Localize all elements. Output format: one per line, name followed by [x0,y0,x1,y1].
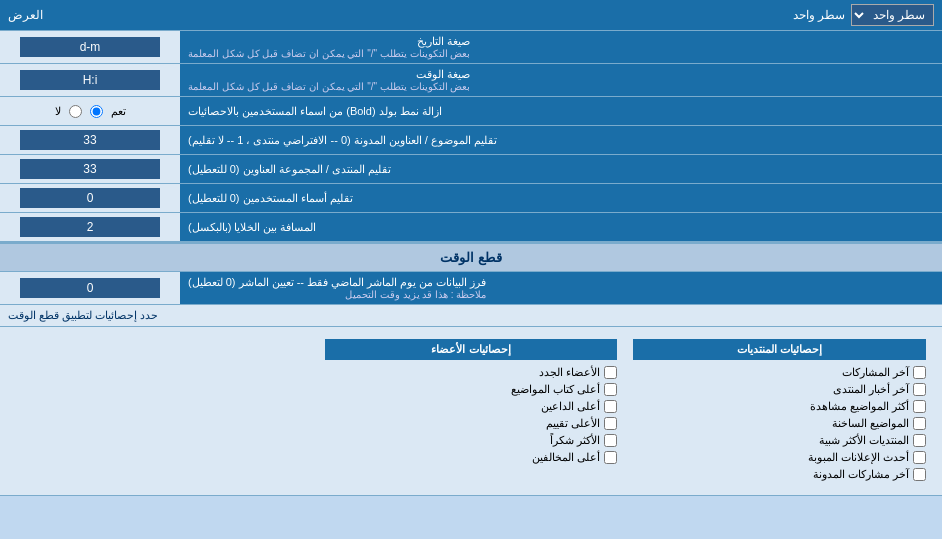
forum-titles-input-cell [0,155,180,183]
checkbox-hot-topics[interactable] [913,417,926,430]
usernames-label: تقليم أسماء المستخدمين (0 للتعطيل) [180,184,942,212]
checkbox-latest-ads[interactable] [913,451,926,464]
topic-titles-label: تقليم الموضوع / العناوين المدونة (0 -- ا… [180,126,942,154]
checkbox-item: آخر المشاركات [633,364,926,381]
forum-titles-input[interactable] [20,159,160,179]
bold-radio-group: لا تعم [55,105,126,118]
top-bar-left: سطر واحدسطرينثلاثة أسطر سطر واحد [793,4,934,26]
checkboxes-section: إحصائيات المنتديات آخر المشاركات آخر أخب… [0,327,942,496]
usernames-row: تقليم أسماء المستخدمين (0 للتعطيل) [0,184,942,213]
time-cut-input[interactable] [20,278,160,298]
time-cut-row: فرز البيانات من يوم الماشر الماضي فقط --… [0,272,942,305]
checkbox-last-blog[interactable] [913,468,926,481]
bold-remove-row: ازالة نمط بولد (Bold) من اسماء المستخدمي… [0,97,942,126]
time-cut-title: قطع الوقت [0,242,942,272]
cell-spacing-input[interactable] [20,217,160,237]
time-cut-input-cell [0,272,180,304]
checkbox-top-violators[interactable] [604,451,617,464]
checkbox-col-forums: إحصائيات المنتديات آخر المشاركات آخر أخب… [625,335,934,487]
cell-spacing-input-cell [0,213,180,241]
top-bar: سطر واحدسطرينثلاثة أسطر سطر واحد العرض [0,0,942,31]
bold-remove-input-cell: لا تعم [0,97,180,125]
checkbox-item: آخر مشاركات المدونة [633,466,926,483]
checkbox-last-news[interactable] [913,383,926,396]
time-format-row: صيغة الوقت بعض التكوينات يتطلب "/" التي … [0,64,942,97]
usernames-input[interactable] [20,188,160,208]
checkbox-item: أعلى كتاب المواضيع [325,381,618,398]
date-format-row: صيغة التاريخ بعض التكوينات يتطلب "/" الت… [0,31,942,64]
cell-spacing-label: المسافة بين الخلايا (بالبكسل) [180,213,942,241]
limit-row: حدد إحصائيات لتطبيق قطع الوقت [0,305,942,327]
time-format-label: صيغة الوقت بعض التكوينات يتطلب "/" التي … [180,64,942,96]
topic-titles-row: تقليم الموضوع / العناوين المدونة (0 -- ا… [0,126,942,155]
col1-header: إحصائيات المنتديات [633,339,926,360]
col2-header: إحصائيات الأعضاء [325,339,618,360]
date-format-input[interactable] [20,37,160,57]
checkbox-item: المواضيع الساخنة [633,415,926,432]
checkbox-item: أكثر المواضيع مشاهدة [633,398,926,415]
checkbox-popular-forums[interactable] [913,434,926,447]
usernames-input-cell [0,184,180,212]
bold-remove-label: ازالة نمط بولد (Bold) من اسماء المستخدمي… [180,97,942,125]
checkbox-top-inviters[interactable] [604,400,617,413]
date-format-label: صيغة التاريخ بعض التكوينات يتطلب "/" الت… [180,31,942,63]
radio-no-label: لا [55,105,61,118]
view-select-label: سطر واحد [793,8,845,22]
date-format-input-cell [0,31,180,63]
time-cut-label: فرز البيانات من يوم الماشر الماضي فقط --… [180,272,942,304]
checkbox-item: الأكثر شكراً [325,432,618,449]
checkbox-top-rated[interactable] [604,417,617,430]
checkbox-last-posts[interactable] [913,366,926,379]
cell-spacing-row: المسافة بين الخلايا (بالبكسل) [0,213,942,242]
checkbox-new-members[interactable] [604,366,617,379]
top-bar-label: العرض [8,8,43,22]
checkboxes-grid: إحصائيات المنتديات آخر المشاركات آخر أخب… [8,335,934,487]
radio-no[interactable] [69,105,82,118]
radio-yes[interactable] [90,105,103,118]
checkbox-col-members: إحصائيات الأعضاء الأعضاء الجدد أعلى كتاب… [317,335,626,487]
main-container: سطر واحدسطرينثلاثة أسطر سطر واحد العرض ص… [0,0,942,496]
limit-label: حدد إحصائيات لتطبيق قطع الوقت [8,309,158,322]
view-select[interactable]: سطر واحدسطرينثلاثة أسطر [851,4,934,26]
checkbox-item: أعلى الداعين [325,398,618,415]
checkbox-item: الأعضاء الجدد [325,364,618,381]
forum-titles-label: تقليم المنتدى / المجموعة العناوين (0 للت… [180,155,942,183]
topic-titles-input-cell [0,126,180,154]
checkbox-col-extra: - [8,335,317,487]
topic-titles-input[interactable] [20,130,160,150]
checkbox-item: أعلى المخالفين [325,449,618,466]
checkbox-top-writers[interactable] [604,383,617,396]
time-format-input[interactable] [20,70,160,90]
forum-titles-row: تقليم المنتدى / المجموعة العناوين (0 للت… [0,155,942,184]
checkbox-item: آخر أخبار المنتدى [633,381,926,398]
checkbox-most-viewed[interactable] [913,400,926,413]
checkbox-item: المنتديات الأكثر شبية [633,432,926,449]
radio-yes-label: تعم [111,105,126,118]
checkbox-item: الأعلى تقييم [325,415,618,432]
checkbox-item: أحدث الإعلانات المبوبة [633,449,926,466]
checkbox-most-thanked[interactable] [604,434,617,447]
time-format-input-cell [0,64,180,96]
